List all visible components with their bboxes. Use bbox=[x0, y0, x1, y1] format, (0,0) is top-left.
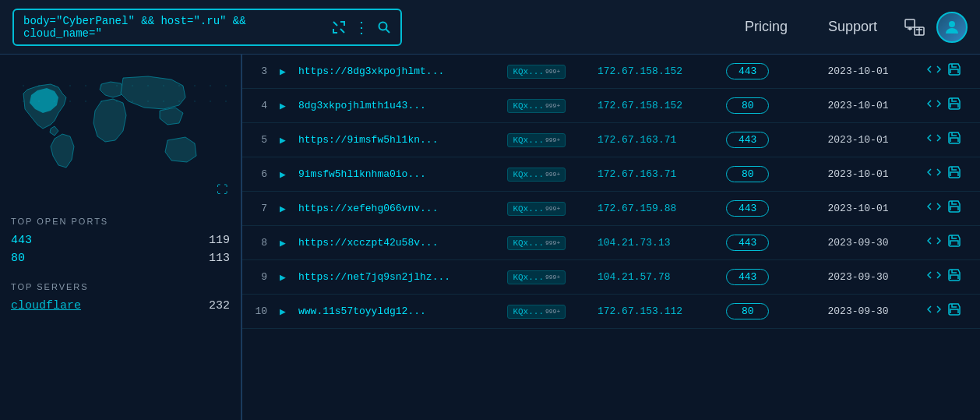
search-query: body="CyberPanel" && host=".ru" && cloud… bbox=[23, 15, 324, 40]
code-icon[interactable] bbox=[927, 62, 941, 80]
support-nav-link[interactable]: Support bbox=[813, 19, 893, 35]
save-icon[interactable] bbox=[947, 268, 961, 286]
port-badge[interactable]: 80 bbox=[726, 166, 769, 182]
action-cell bbox=[921, 295, 980, 329]
ip-address[interactable]: 172.67.153.112 bbox=[591, 295, 720, 329]
tag-badge[interactable]: KQx...999+ bbox=[507, 305, 566, 319]
code-icon[interactable] bbox=[927, 165, 941, 183]
tag-badge[interactable]: KQx...999+ bbox=[507, 133, 566, 147]
port-80-count: 113 bbox=[209, 252, 230, 265]
svg-point-37 bbox=[225, 101, 227, 102]
port-badge[interactable]: 443 bbox=[726, 235, 769, 251]
play-icon[interactable]: ▶ bbox=[273, 226, 292, 260]
svg-point-11 bbox=[38, 85, 40, 86]
translate-icon[interactable] bbox=[902, 15, 927, 40]
spacer-cell bbox=[790, 295, 821, 329]
save-icon[interactable] bbox=[947, 199, 961, 217]
port-443-row: 443 119 bbox=[11, 234, 230, 247]
port-badge[interactable]: 443 bbox=[726, 132, 769, 148]
tag-badge[interactable]: KQx...999+ bbox=[507, 65, 566, 79]
ip-address[interactable]: 172.67.158.152 bbox=[591, 89, 720, 123]
expand-icon[interactable] bbox=[332, 20, 346, 34]
action-buttons bbox=[927, 97, 974, 115]
ip-address[interactable]: 172.67.163.71 bbox=[591, 157, 720, 192]
port-443-count: 119 bbox=[209, 234, 230, 247]
tag-badge[interactable]: KQx...999+ bbox=[507, 168, 566, 182]
result-date: 2023-09-30 bbox=[821, 226, 920, 260]
result-url[interactable]: https://net7jq9sn2jlhz... bbox=[292, 260, 501, 295]
svg-point-28 bbox=[85, 101, 86, 102]
top-ports-title: TOP OPEN PORTS bbox=[11, 217, 230, 226]
play-icon[interactable]: ▶ bbox=[273, 192, 292, 226]
play-icon[interactable]: ▶ bbox=[273, 260, 292, 295]
code-icon[interactable] bbox=[927, 199, 941, 217]
result-date: 2023-09-30 bbox=[821, 295, 920, 329]
svg-point-23 bbox=[225, 85, 227, 86]
results-table: 3 ▶ https://8dg3xkpojhlmt... KQx...999+ … bbox=[242, 55, 980, 329]
table-row: 8 ▶ https://xcczpt42u58v... KQx...999+ 1… bbox=[242, 226, 980, 260]
port-cell: 443 bbox=[720, 55, 790, 89]
svg-point-25 bbox=[38, 101, 40, 102]
save-icon[interactable] bbox=[947, 131, 961, 149]
ip-address[interactable]: 172.67.158.152 bbox=[591, 55, 720, 89]
svg-point-32 bbox=[147, 101, 149, 102]
play-icon[interactable]: ▶ bbox=[273, 89, 292, 123]
table-row: 10 ▶ www.11s57toyyldg12... KQx...999+ 17… bbox=[242, 295, 980, 329]
result-url[interactable]: https://9imsfw5hl1kn... bbox=[292, 123, 501, 157]
save-icon[interactable] bbox=[947, 302, 961, 320]
tag-badge[interactable]: KQx...999+ bbox=[507, 99, 566, 113]
port-80-label[interactable]: 80 bbox=[11, 252, 25, 265]
port-badge[interactable]: 80 bbox=[726, 97, 769, 114]
save-icon[interactable] bbox=[947, 165, 961, 183]
svg-point-13 bbox=[69, 85, 71, 86]
ip-address[interactable]: 172.67.159.88 bbox=[591, 192, 720, 226]
play-icon[interactable]: ▶ bbox=[273, 55, 292, 89]
code-icon[interactable] bbox=[927, 97, 941, 115]
code-icon[interactable] bbox=[927, 131, 941, 149]
svg-point-22 bbox=[210, 85, 211, 86]
save-icon[interactable] bbox=[947, 234, 961, 252]
port-badge[interactable]: 443 bbox=[726, 269, 769, 285]
code-icon[interactable] bbox=[927, 234, 941, 252]
tag-badge[interactable]: KQx...999+ bbox=[507, 236, 566, 250]
action-cell bbox=[921, 157, 980, 192]
search-icon[interactable] bbox=[377, 20, 391, 34]
code-icon[interactable] bbox=[927, 268, 941, 286]
svg-point-27 bbox=[69, 101, 71, 102]
port-badge[interactable]: 443 bbox=[726, 63, 769, 79]
ip-address[interactable]: 104.21.73.13 bbox=[591, 226, 720, 260]
svg-point-34 bbox=[178, 101, 180, 102]
world-map: ⛶ bbox=[8, 62, 233, 210]
play-icon[interactable]: ▶ bbox=[273, 295, 292, 329]
tag-cell: KQx...999+ bbox=[501, 295, 590, 329]
save-icon[interactable] bbox=[947, 97, 961, 115]
avatar[interactable] bbox=[936, 12, 968, 43]
row-number: 5 bbox=[242, 123, 273, 157]
spacer-cell bbox=[790, 226, 821, 260]
play-icon[interactable]: ▶ bbox=[273, 157, 292, 192]
server-cloudflare-label[interactable]: cloudflare bbox=[11, 299, 81, 312]
save-icon[interactable] bbox=[947, 62, 961, 80]
result-url[interactable]: https://xcczpt42u58v... bbox=[292, 226, 501, 260]
result-url[interactable]: 9imsfw5hl1knhma0io... bbox=[292, 157, 501, 192]
ip-address[interactable]: 172.67.163.71 bbox=[591, 123, 720, 157]
pricing-nav-link[interactable]: Pricing bbox=[729, 19, 803, 35]
play-icon[interactable]: ▶ bbox=[273, 123, 292, 157]
result-url[interactable]: https://8dg3xkpojhlmt... bbox=[292, 55, 501, 89]
tag-badge[interactable]: KQx...999+ bbox=[507, 202, 566, 216]
svg-point-14 bbox=[85, 85, 86, 86]
result-url[interactable]: 8dg3xkpojhlmth1u43... bbox=[292, 89, 501, 123]
result-url[interactable]: https://xefehg066vnv... bbox=[292, 192, 501, 226]
port-443-label[interactable]: 443 bbox=[11, 234, 32, 247]
table-row: 6 ▶ 9imsfw5hl1knhma0io... KQx...999+ 172… bbox=[242, 157, 980, 192]
svg-point-18 bbox=[147, 85, 149, 86]
port-badge[interactable]: 443 bbox=[726, 200, 769, 217]
port-badge[interactable]: 80 bbox=[726, 303, 769, 319]
result-url[interactable]: www.11s57toyyldg12... bbox=[292, 295, 501, 329]
code-icon[interactable] bbox=[927, 302, 941, 320]
more-options-icon[interactable]: ⋮ bbox=[354, 18, 369, 37]
table-row: 9 ▶ https://net7jq9sn2jlhz... KQx...999+… bbox=[242, 260, 980, 295]
result-date: 2023-10-01 bbox=[821, 123, 920, 157]
ip-address[interactable]: 104.21.57.78 bbox=[591, 260, 720, 295]
tag-badge[interactable]: KQx...999+ bbox=[507, 270, 566, 284]
